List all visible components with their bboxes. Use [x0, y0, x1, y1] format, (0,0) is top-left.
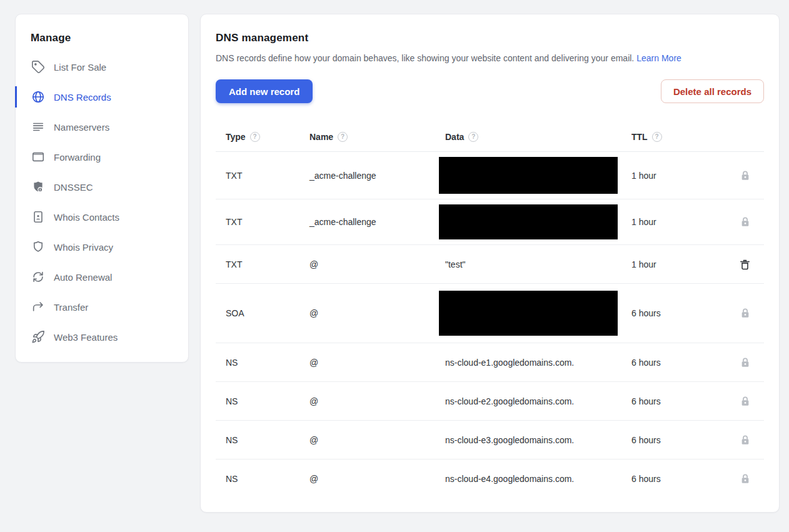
cell-name: _acme-challenge [309, 171, 445, 181]
sidebar-item-forwarding[interactable]: Forwarding [31, 142, 173, 172]
redacted-data-box [439, 157, 618, 194]
cell-type: TXT [226, 171, 309, 181]
cell-ttl: 6 hours [631, 474, 738, 484]
table-header: Type?Name?Data?TTL? [216, 122, 764, 152]
list-icon [31, 120, 46, 134]
sidebar-item-dns-records[interactable]: DNS Records [31, 82, 173, 112]
column-label: Type [226, 132, 246, 142]
table-row: NS@ns-cloud-e1.googledomains.com.6 hours [216, 343, 764, 382]
table-row: TXT_acme-challenge1 hour [216, 199, 764, 245]
help-icon[interactable]: ? [468, 132, 478, 142]
lock-icon [739, 356, 751, 369]
lock-icon [739, 306, 751, 320]
sidebar-item-dnssec[interactable]: DNSSEC [31, 172, 173, 202]
help-icon[interactable]: ? [652, 132, 662, 142]
redacted-data-box [439, 204, 618, 239]
sidebar-item-label: Whois Privacy [54, 242, 113, 253]
sidebar-item-label: Whois Contacts [54, 212, 119, 223]
add-new-record-button[interactable]: Add new record [216, 79, 313, 103]
cell-ttl: 6 hours [631, 435, 738, 445]
cell-type: TXT [226, 217, 309, 227]
dns-records-table: Type?Name?Data?TTL? TXT_acme-challenge1 … [216, 122, 764, 498]
redacted-data-box [439, 291, 618, 336]
cell-ttl: 1 hour [631, 217, 738, 227]
learn-more-link[interactable]: Learn More [636, 53, 681, 63]
cell-type: NS [226, 396, 309, 406]
sidebar-item-list-for-sale[interactable]: List For Sale [31, 52, 173, 82]
cell-action [738, 215, 764, 229]
table-row: TXT_acme-challenge1 hour [216, 152, 764, 199]
lock-icon [739, 394, 751, 408]
sidebar-item-label: Transfer [54, 302, 88, 313]
sidebar-item-web3-features[interactable]: Web3 Features [31, 322, 173, 352]
sidebar-item-transfer[interactable]: Transfer [31, 292, 173, 322]
cell-ttl: 6 hours [631, 396, 738, 406]
tag-icon [31, 60, 46, 74]
cell-ttl: 1 hour [631, 171, 738, 181]
lock-icon [739, 433, 751, 447]
lock-icon [739, 215, 751, 229]
trash-icon[interactable] [738, 258, 751, 271]
sidebar-item-auto-renewal[interactable]: Auto Renewal [31, 262, 173, 292]
table-row: TXT@"test"1 hour [216, 245, 764, 284]
sidebar: Manage List For SaleDNS RecordsNameserve… [15, 14, 189, 363]
cell-data: "test" [445, 259, 631, 269]
cell-action [738, 169, 764, 183]
table-row: NS@ns-cloud-e3.googledomains.com.6 hours [216, 421, 764, 459]
column-label: Data [445, 132, 464, 142]
cell-name: _acme-challenge [309, 217, 445, 227]
cell-ttl: 1 hour [631, 259, 738, 269]
cell-name: @ [309, 259, 445, 269]
page: Manage List For SaleDNS RecordsNameserve… [0, 0, 789, 530]
cell-type: SOA [226, 308, 309, 318]
table-row: SOA@6 hours [216, 284, 764, 343]
cell-action [738, 306, 764, 320]
cell-data [445, 157, 631, 194]
table-row: NS@ns-cloud-e4.googledomains.com.6 hours [216, 459, 764, 498]
cell-ttl: 6 hours [631, 308, 738, 318]
sidebar-nav: List For SaleDNS RecordsNameserversForwa… [31, 52, 173, 352]
cell-name: @ [309, 474, 445, 484]
cell-action [738, 258, 764, 271]
data-value: "test" [445, 259, 466, 269]
dns-management-panel: DNS management DNS records define how yo… [200, 14, 780, 513]
column-header-ttl: TTL? [631, 132, 738, 142]
help-icon[interactable]: ? [338, 132, 348, 142]
sidebar-item-label: DNSSEC [54, 182, 93, 193]
sidebar-item-label: Forwarding [54, 152, 101, 163]
sidebar-item-nameservers[interactable]: Nameservers [31, 112, 173, 142]
help-icon[interactable]: ? [250, 132, 260, 142]
table-row: NS@ns-cloud-e2.googledomains.com.6 hours [216, 382, 764, 421]
window-icon [31, 150, 46, 164]
shield-icon [31, 240, 46, 254]
cell-type: NS [226, 358, 309, 368]
cell-action [738, 433, 764, 447]
cell-name: @ [309, 435, 445, 445]
contact-card-icon [31, 210, 46, 224]
refresh-icon [31, 270, 46, 284]
column-label: Name [309, 132, 333, 142]
sidebar-item-label: Auto Renewal [54, 272, 112, 283]
cell-data: ns-cloud-e1.googledomains.com. [445, 358, 631, 368]
cell-name: @ [309, 308, 445, 318]
sidebar-title: Manage [31, 32, 173, 44]
data-value: ns-cloud-e2.googledomains.com. [445, 396, 574, 406]
cell-data [445, 291, 631, 336]
sidebar-item-whois-privacy[interactable]: Whois Privacy [31, 232, 173, 262]
lock-icon [739, 169, 751, 183]
page-title: DNS management [216, 32, 764, 44]
table-body: TXT_acme-challenge1 hourTXT_acme-challen… [216, 152, 764, 498]
transfer-arrow-icon [31, 300, 46, 314]
delete-all-records-button[interactable]: Delete all records [661, 79, 764, 103]
column-header-type: Type? [226, 132, 309, 142]
rocket-icon [31, 330, 46, 344]
sidebar-item-label: List For Sale [54, 62, 106, 73]
cell-name: @ [309, 358, 445, 368]
cell-type: NS [226, 435, 309, 445]
globe-icon [31, 90, 46, 104]
sidebar-item-label: Web3 Features [54, 332, 118, 343]
lock-icon [739, 472, 751, 486]
sidebar-item-whois-contacts[interactable]: Whois Contacts [31, 202, 173, 232]
column-label: TTL [631, 132, 648, 142]
cell-data: ns-cloud-e3.googledomains.com. [445, 435, 631, 445]
